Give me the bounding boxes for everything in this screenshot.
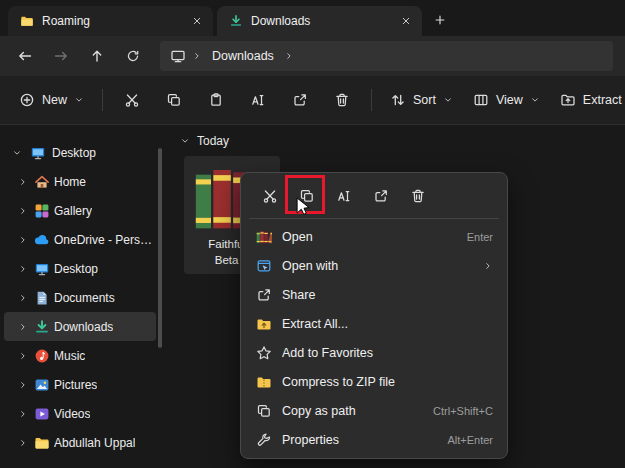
new-button[interactable]: New bbox=[10, 84, 93, 116]
close-tab-icon[interactable] bbox=[187, 11, 207, 31]
chevron-down-icon[interactable] bbox=[180, 136, 190, 146]
up-button[interactable] bbox=[80, 41, 114, 71]
sort-icon bbox=[390, 92, 406, 108]
menu-item-shortcut: Alt+Enter bbox=[447, 434, 493, 446]
chevron-right-icon[interactable] bbox=[16, 206, 30, 216]
address-bar[interactable]: Downloads bbox=[160, 41, 613, 71]
chevron-right-icon[interactable] bbox=[16, 380, 30, 390]
pictures-icon bbox=[34, 377, 50, 393]
paste-button[interactable] bbox=[196, 84, 236, 116]
sidebar-item-label: Videos bbox=[54, 407, 90, 421]
home-icon bbox=[34, 174, 50, 190]
cut-button[interactable] bbox=[112, 84, 152, 116]
chevron-right-icon[interactable] bbox=[16, 322, 30, 332]
monitor-icon bbox=[34, 261, 50, 277]
sidebar-scrollbar[interactable] bbox=[158, 148, 162, 348]
share-icon bbox=[255, 287, 272, 303]
delete-button[interactable] bbox=[322, 84, 362, 116]
menu-item-label: Compress to ZIP file bbox=[282, 375, 483, 389]
sidebar-item-videos[interactable]: Videos bbox=[4, 399, 156, 428]
monitor-icon bbox=[30, 145, 46, 161]
share-icon-button[interactable] bbox=[364, 180, 398, 212]
sidebar-item-pictures[interactable]: Pictures bbox=[4, 370, 156, 399]
extract-all-button[interactable]: Extract all bbox=[551, 84, 625, 116]
chevron-down-icon[interactable] bbox=[10, 148, 24, 158]
sidebar-item-label: Abdullah Uppal bbox=[54, 436, 135, 450]
folder-icon bbox=[20, 14, 34, 28]
tab-label: Roaming bbox=[42, 14, 179, 28]
chevron-right-icon bbox=[192, 51, 202, 61]
menu-item-open[interactable]: Open Enter bbox=[245, 222, 503, 251]
mouse-cursor-icon bbox=[296, 197, 313, 216]
sidebar-item-user-folder[interactable]: Abdullah Uppal bbox=[4, 428, 156, 457]
music-icon bbox=[34, 348, 50, 364]
forward-button[interactable] bbox=[44, 41, 78, 71]
downloads-icon bbox=[229, 14, 243, 28]
tab-label: Downloads bbox=[251, 14, 388, 28]
sidebar-item-label: Pictures bbox=[54, 378, 97, 392]
file-explorer-window: Roaming Downloads Downloads New bbox=[0, 0, 625, 468]
share-button[interactable] bbox=[280, 84, 320, 116]
sidebar-item-desktop-tree[interactable]: Desktop bbox=[4, 138, 156, 167]
sidebar-item-label: Gallery bbox=[54, 204, 92, 218]
tab-roaming[interactable]: Roaming bbox=[8, 6, 213, 36]
new-button-label: New bbox=[42, 93, 67, 107]
sidebar-item-desktop[interactable]: Desktop bbox=[4, 254, 156, 283]
menu-item-shortcut: Enter bbox=[467, 231, 493, 243]
sidebar-item-downloads[interactable]: Downloads bbox=[4, 312, 156, 341]
tab-bar: Roaming Downloads bbox=[0, 0, 625, 36]
document-icon bbox=[34, 290, 50, 306]
open-with-icon bbox=[255, 258, 272, 274]
back-button[interactable] bbox=[8, 41, 42, 71]
sidebar-item-label: Documents bbox=[54, 291, 115, 305]
chevron-down-icon bbox=[443, 95, 453, 105]
sidebar-item-music[interactable]: Music bbox=[4, 341, 156, 370]
toolbar-divider bbox=[371, 89, 372, 111]
sidebar-item-documents[interactable]: Documents bbox=[4, 283, 156, 312]
folder-icon bbox=[34, 435, 50, 451]
sidebar-item-gallery[interactable]: Gallery bbox=[4, 196, 156, 225]
chevron-right-icon[interactable] bbox=[16, 264, 30, 274]
toolbar-divider bbox=[102, 89, 103, 111]
menu-item-share[interactable]: Share bbox=[245, 280, 503, 309]
tab-downloads[interactable]: Downloads bbox=[217, 6, 422, 36]
menu-item-properties[interactable]: Properties Alt+Enter bbox=[245, 425, 503, 454]
onedrive-icon bbox=[34, 232, 50, 248]
chevron-right-icon[interactable] bbox=[16, 177, 30, 187]
rename-button[interactable] bbox=[238, 84, 278, 116]
chevron-right-icon[interactable] bbox=[16, 235, 30, 245]
refresh-button[interactable] bbox=[116, 41, 150, 71]
copy-path-icon bbox=[255, 403, 272, 419]
sidebar-item-home[interactable]: Home bbox=[4, 167, 156, 196]
chevron-right-icon[interactable] bbox=[16, 293, 30, 303]
group-header-today: Today bbox=[166, 126, 625, 152]
menu-item-open-with[interactable]: Open with bbox=[245, 251, 503, 280]
breadcrumb-downloads[interactable]: Downloads bbox=[208, 47, 278, 65]
cut-icon-button[interactable] bbox=[253, 180, 287, 212]
rename-icon-button[interactable] bbox=[327, 180, 361, 212]
delete-icon-button[interactable] bbox=[401, 180, 435, 212]
close-tab-icon[interactable] bbox=[396, 11, 416, 31]
menu-item-label: Copy as path bbox=[282, 404, 423, 418]
chevron-right-icon[interactable] bbox=[16, 409, 30, 419]
winrar-icon bbox=[255, 229, 272, 245]
chevron-right-icon[interactable] bbox=[16, 438, 30, 448]
menu-item-copy-as-path[interactable]: Copy as path Ctrl+Shift+C bbox=[245, 396, 503, 425]
new-tab-button[interactable] bbox=[426, 7, 454, 33]
menu-item-extract-all[interactable]: Extract All... bbox=[245, 309, 503, 338]
chevron-right-icon[interactable] bbox=[16, 351, 30, 361]
menu-item-compress-to-zip[interactable]: Compress to ZIP file bbox=[245, 367, 503, 396]
menu-item-add-to-favorites[interactable]: Add to Favorites bbox=[245, 338, 503, 367]
sort-button[interactable]: Sort bbox=[381, 84, 462, 116]
view-button[interactable]: View bbox=[464, 84, 549, 116]
plus-circle-icon bbox=[19, 92, 35, 108]
navigation-bar: Downloads bbox=[0, 36, 625, 76]
videos-icon bbox=[34, 406, 50, 422]
view-icon bbox=[473, 92, 489, 108]
sidebar-item-onedrive[interactable]: OneDrive - Personal bbox=[4, 225, 156, 254]
menu-item-label: Add to Favorites bbox=[282, 346, 483, 360]
star-icon bbox=[255, 345, 272, 361]
chevron-right-icon bbox=[284, 51, 294, 61]
menu-item-label: Share bbox=[282, 288, 483, 302]
copy-button[interactable] bbox=[154, 84, 194, 116]
